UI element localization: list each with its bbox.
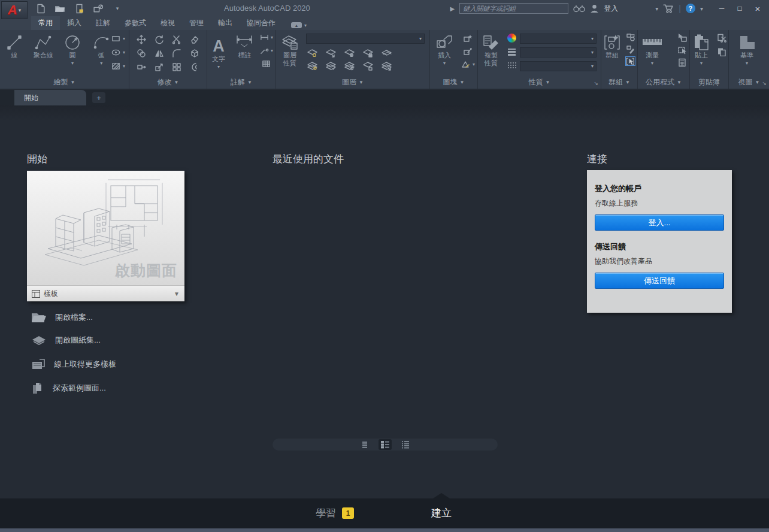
base-view-tool[interactable]: 基準 ▾ <box>729 31 765 67</box>
panel-label-block[interactable]: 圖塊▼ <box>430 77 477 87</box>
file-tab-start[interactable]: 開始 <box>14 90 86 105</box>
ribbon-tab-view[interactable]: 檢視 <box>153 16 182 30</box>
rectangle-caret[interactable]: ▾ <box>123 36 125 41</box>
ribbon-tab-manage[interactable]: 管理 <box>182 16 211 30</box>
cut-tool[interactable] <box>716 33 726 43</box>
user-icon[interactable] <box>590 4 599 13</box>
block-attributes-caret[interactable]: ▾ <box>473 62 475 67</box>
online-templates-link[interactable]: 線上取得更多樣板 <box>31 358 116 370</box>
search-input[interactable] <box>459 3 568 14</box>
select-all-tool[interactable] <box>677 45 687 55</box>
layer-isolate-tool[interactable] <box>326 48 336 58</box>
edit-block-tool[interactable] <box>463 46 473 56</box>
start-drawing-card[interactable]: 啟動圖面 樣板 ▼ <box>27 171 184 301</box>
ribbon-tab-home[interactable]: 常用 <box>31 16 60 30</box>
layer-match-tool[interactable] <box>307 61 317 71</box>
erase-tool[interactable] <box>190 35 200 44</box>
paste-tool[interactable]: 貼上 ▾ <box>690 31 713 67</box>
scale-tool[interactable] <box>154 62 164 72</box>
new-drawing-tab-button[interactable]: + <box>92 92 105 103</box>
ribbon-tab-insert[interactable]: 插入 <box>60 16 89 30</box>
properties-dialog-launcher[interactable]: ↘ <box>594 80 598 86</box>
hatch-caret[interactable]: ▾ <box>123 64 125 69</box>
leader-tool[interactable] <box>259 46 270 55</box>
match-properties-tool[interactable]: 複製性質 <box>478 31 504 67</box>
learn-page-button[interactable]: 學習 1 <box>316 506 354 520</box>
mirror-tool[interactable] <box>154 49 164 58</box>
ribbon-tab-output[interactable]: 輸出 <box>211 16 240 30</box>
calculator-tool[interactable] <box>677 58 687 67</box>
plot-icon[interactable] <box>92 2 104 14</box>
panel-label-draw[interactable]: 繪製▼ <box>0 77 129 87</box>
panel-label-annotation[interactable]: 註解▼ <box>207 77 275 87</box>
panel-label-layers[interactable]: 圖層▼ <box>276 77 429 87</box>
ellipse-tool[interactable] <box>111 47 121 57</box>
linetype-combobox[interactable]: ▾ <box>520 61 597 71</box>
ungroup-tool[interactable] <box>625 32 635 42</box>
circle-tool[interactable]: 圓 ▾ <box>59 31 86 67</box>
trim-tool[interactable] <box>172 35 182 44</box>
group-edit-tool[interactable] <box>625 44 635 54</box>
rectangle-tool[interactable] <box>111 34 121 43</box>
save-icon[interactable] <box>73 2 85 14</box>
fillet-tool[interactable] <box>172 49 182 58</box>
object-color-icon[interactable] <box>507 33 517 43</box>
dimension-tool[interactable]: 標註 <box>232 31 256 59</box>
layer-walk-tool[interactable] <box>382 61 392 71</box>
explode-tool[interactable] <box>190 49 200 58</box>
layer-off-tool[interactable] <box>307 48 317 58</box>
lineweight-icon[interactable] <box>507 47 517 56</box>
list-view-toggle[interactable] <box>399 439 412 450</box>
text-tool[interactable]: A 文字 ▾ <box>207 35 230 71</box>
binoculars-icon[interactable] <box>573 4 585 13</box>
stretch-tool[interactable] <box>136 62 146 72</box>
qat-customize-caret[interactable]: ▾ <box>111 2 123 14</box>
layer-lock-tool[interactable] <box>363 48 373 58</box>
thumbnail-text-view-toggle[interactable] <box>379 439 392 450</box>
linetype-icon[interactable] <box>507 61 517 70</box>
start-drawing-thumbnail[interactable]: 啟動圖面 <box>27 171 184 285</box>
offset-tool[interactable] <box>190 62 200 72</box>
create-block-tool[interactable] <box>463 33 473 43</box>
feedback-button[interactable]: 傳送回饋 <box>595 273 724 289</box>
leader-caret[interactable]: ▾ <box>271 48 273 53</box>
line-tool[interactable]: 線 <box>1 31 28 59</box>
color-combobox[interactable]: ▾ <box>520 34 597 44</box>
layer-freeze-tool[interactable] <box>344 48 355 58</box>
help-caret[interactable]: ▾ <box>700 5 703 12</box>
close-button[interactable]: × <box>750 2 765 14</box>
rotate-tool[interactable] <box>154 35 164 44</box>
sign-in-menu[interactable]: 登入 <box>604 4 618 14</box>
cart-icon[interactable] <box>663 4 674 13</box>
view-dialog-launcher[interactable]: ↘ <box>762 80 767 86</box>
group-selection-toggle[interactable] <box>625 56 635 66</box>
open-files-link[interactable]: 開啟檔案... <box>31 312 93 324</box>
panel-label-clipboard[interactable]: 剪貼簿 <box>690 77 728 87</box>
layer-combobox[interactable]: ▾ <box>306 34 425 44</box>
block-attributes-tool[interactable] <box>461 59 471 69</box>
new-file-icon[interactable] <box>35 2 47 14</box>
minimize-button[interactable]: ─ <box>714 2 729 14</box>
sign-in-caret[interactable]: ▾ <box>655 5 658 12</box>
group-tool[interactable]: 群組 <box>601 31 623 59</box>
open-sheet-set-link[interactable]: 開啟圖紙集... <box>31 335 101 346</box>
panel-label-properties[interactable]: 性質▼ <box>478 77 601 87</box>
sign-in-button[interactable]: 登入... <box>595 214 724 231</box>
panel-label-utilities[interactable]: 公用程式▼ <box>638 77 689 87</box>
dim-style-caret[interactable]: ▾ <box>271 35 273 40</box>
layer-make-current-tool[interactable] <box>382 48 392 58</box>
layer-prev-tool[interactable] <box>326 61 336 71</box>
thumbnail-view-toggle[interactable] <box>358 439 371 450</box>
insert-block-tool[interactable]: 插入 ▾ <box>431 31 458 67</box>
autocad-logo[interactable]: A▾ <box>1 1 28 19</box>
maximize-button[interactable]: □ <box>732 2 747 14</box>
layer-on-tool[interactable] <box>344 61 355 71</box>
polyline-tool[interactable]: 聚合線 <box>30 31 56 59</box>
layer-unlock-tool[interactable] <box>363 61 373 71</box>
copy-tool[interactable] <box>136 49 146 58</box>
ribbon-tab-parametric[interactable]: 參數式 <box>117 16 153 30</box>
sample-drawings-link[interactable]: 探索範例圖面... <box>31 382 106 395</box>
array-tool[interactable] <box>172 62 182 72</box>
quick-select-tool[interactable] <box>677 32 687 42</box>
ribbon-tab-annotate[interactable]: 註解 <box>89 16 117 30</box>
